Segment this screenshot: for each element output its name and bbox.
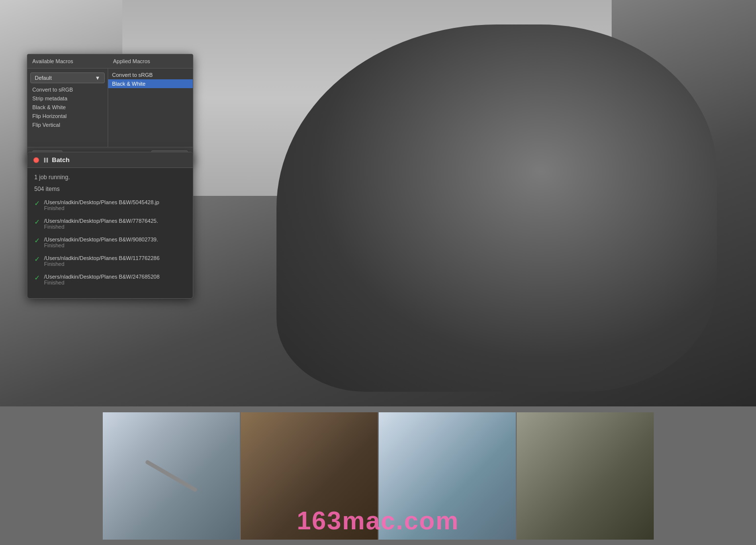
job-status-3: Finished <box>44 242 186 248</box>
job-status-4: Finished <box>44 261 186 267</box>
watermark: 163mac.com <box>297 506 459 535</box>
checkmark-icon-3: ✓ <box>34 237 40 244</box>
macros-panel: Available Macros Applied Macros Default … <box>27 54 193 164</box>
job-status-5: Finished <box>44 280 186 285</box>
batch-job-5: ✓ /Users/nladkin/Desktop/Planes B&W/2476… <box>34 274 186 285</box>
macros-dropdown[interactable]: Default ▼ <box>30 72 105 83</box>
available-macros-title: Available Macros <box>32 58 113 64</box>
batch-panel: Batch 1 job running. 504 items ✓ /Users/… <box>27 152 193 299</box>
job-info-2: /Users/nladkin/Desktop/Planes B&W/778764… <box>44 218 186 230</box>
close-button-icon[interactable] <box>33 157 39 163</box>
applied-item-convert-srgb[interactable]: Convert to sRGB <box>108 71 193 79</box>
job-path-4: /Users/nladkin/Desktop/Planes B&W/117762… <box>44 255 186 261</box>
job-status-2: Finished <box>44 224 186 230</box>
batch-job-1: ✓ /Users/nladkin/Desktop/Planes B&W/5045… <box>34 199 186 211</box>
pause-bar-right <box>46 158 48 163</box>
job-info-5: /Users/nladkin/Desktop/Planes B&W/247685… <box>44 274 186 285</box>
pause-bar-left <box>44 158 46 163</box>
batch-status: 1 job running. <box>34 174 186 181</box>
batch-content[interactable]: 1 job running. 504 items ✓ /Users/nladki… <box>27 168 193 298</box>
job-path-2: /Users/nladkin/Desktop/Planes B&W/778764… <box>44 218 186 224</box>
macro-item-convert-srgb[interactable]: Convert to sRGB <box>27 85 108 94</box>
dropdown-value: Default <box>35 75 52 81</box>
batch-count: 504 items <box>34 186 186 192</box>
job-path-1: /Users/nladkin/Desktop/Planes B&W/504542… <box>44 199 186 205</box>
macros-body: Default ▼ Convert to sRGB Strip metadata… <box>27 69 193 147</box>
job-path-5: /Users/nladkin/Desktop/Planes B&W/247685… <box>44 274 186 280</box>
job-info-3: /Users/nladkin/Desktop/Planes B&W/908027… <box>44 237 186 248</box>
job-path-3: /Users/nladkin/Desktop/Planes B&W/908027… <box>44 237 186 242</box>
checkmark-icon-2: ✓ <box>34 218 40 226</box>
macros-left-col: Default ▼ Convert to sRGB Strip metadata… <box>27 69 108 147</box>
macro-item-flip-vertical[interactable]: Flip Vertical <box>27 120 108 129</box>
macros-right-col: Convert to sRGB Black & White <box>108 69 193 147</box>
job-status-1: Finished <box>44 205 186 211</box>
batch-title: Batch <box>52 156 69 164</box>
checkmark-icon-5: ✓ <box>34 274 40 282</box>
checkmark-icon-4: ✓ <box>34 255 40 263</box>
batch-titlebar: Batch <box>27 152 193 168</box>
macros-header: Available Macros Applied Macros <box>27 54 193 69</box>
thumbnail-4[interactable] <box>517 412 654 540</box>
job-info-4: /Users/nladkin/Desktop/Planes B&W/117762… <box>44 255 186 267</box>
batch-job-4: ✓ /Users/nladkin/Desktop/Planes B&W/1177… <box>34 255 186 267</box>
plane-body <box>276 24 717 392</box>
batch-job-2: ✓ /Users/nladkin/Desktop/Planes B&W/7787… <box>34 218 186 230</box>
checkmark-icon-1: ✓ <box>34 199 40 207</box>
dropdown-arrow-icon: ▼ <box>95 75 100 81</box>
macro-item-black-white[interactable]: Black & White <box>27 103 108 112</box>
thumbnail-1[interactable] <box>103 412 240 540</box>
applied-macros-title: Applied Macros <box>113 58 188 64</box>
macro-item-flip-horizontal[interactable]: Flip Horizontal <box>27 112 108 120</box>
pause-button[interactable] <box>44 158 48 163</box>
macro-item-strip-metadata[interactable]: Strip metadata <box>27 94 108 103</box>
job-info-1: /Users/nladkin/Desktop/Planes B&W/504542… <box>44 199 186 211</box>
batch-job-3: ✓ /Users/nladkin/Desktop/Planes B&W/9080… <box>34 237 186 248</box>
applied-item-black-white[interactable]: Black & White <box>108 79 193 88</box>
